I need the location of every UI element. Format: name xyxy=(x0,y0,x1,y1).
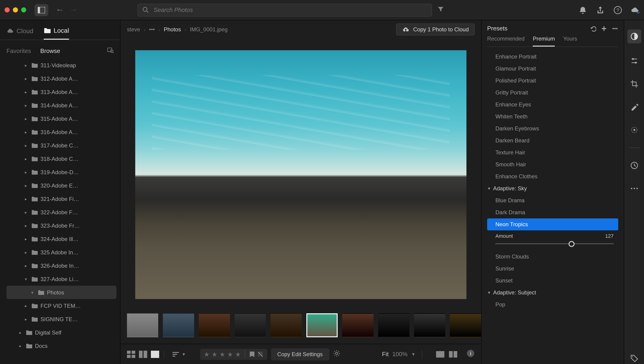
folder-item[interactable]: ▸323-Adobe Fr… xyxy=(6,219,116,232)
undo-icon[interactable] xyxy=(590,25,596,32)
folder-filter-icon[interactable] xyxy=(107,47,114,55)
crumb-folder[interactable]: Photos xyxy=(164,26,181,33)
versions-tool[interactable] xyxy=(628,160,640,171)
thumbnail[interactable] xyxy=(306,313,338,337)
sliders-tool[interactable] xyxy=(628,55,640,66)
search-input[interactable] xyxy=(154,7,427,13)
browse-tab[interactable]: Browse xyxy=(40,47,60,54)
folder-item[interactable]: ▸313-Adobe A… xyxy=(6,85,116,99)
before-after-icon[interactable] xyxy=(449,351,457,357)
folder-item[interactable]: ▸316-Adobe A… xyxy=(6,125,116,139)
flag-pick-icon[interactable] xyxy=(249,351,255,357)
folder-item[interactable]: ▸322-Adobe F… xyxy=(6,206,116,219)
grid-view-icon[interactable] xyxy=(127,350,135,358)
thumbnail[interactable] xyxy=(127,313,158,337)
folder-item[interactable]: ▸324-Adobe Ill… xyxy=(6,232,116,246)
preset-item[interactable]: Pop xyxy=(487,299,618,311)
more-tool[interactable] xyxy=(628,183,640,194)
folder-item[interactable]: ▸Docs xyxy=(6,339,116,352)
preset-item[interactable]: Storm Clouds xyxy=(487,251,618,263)
folder-item[interactable]: ▸314-Adobe A… xyxy=(6,99,116,112)
filter-icon[interactable] xyxy=(438,6,444,14)
cloud-sync-icon[interactable] xyxy=(631,6,640,14)
thumbnail[interactable] xyxy=(378,313,410,337)
folder-item[interactable]: ▸320-Adobe E… xyxy=(6,179,116,192)
star-2[interactable]: ★ xyxy=(212,350,218,358)
folder-item[interactable]: ▸326-Adobe In… xyxy=(6,259,116,272)
panel-toggle-button[interactable] xyxy=(34,4,48,16)
folder-item[interactable]: ▸312-Adobe A… xyxy=(6,72,116,85)
close-button[interactable] xyxy=(4,7,10,13)
folder-item[interactable]: ▸317-Adobe C… xyxy=(6,139,116,152)
healing-tool[interactable] xyxy=(628,101,640,112)
folder-item[interactable]: ▸325 Adobe In… xyxy=(6,246,116,259)
zoom-pct-label[interactable]: 100% xyxy=(392,351,408,357)
search-box[interactable] xyxy=(138,4,432,16)
preset-item[interactable]: Neon Tropics xyxy=(487,218,618,230)
preset-group-subject[interactable]: ▾Adaptive: Subject xyxy=(487,287,618,299)
original-view-icon[interactable] xyxy=(436,351,444,357)
star-1[interactable]: ★ xyxy=(204,350,210,358)
crumb-ellipsis[interactable]: ••• xyxy=(149,26,155,33)
chevron-down-icon[interactable]: ▼ xyxy=(411,352,416,356)
masking-tool[interactable] xyxy=(628,124,640,135)
folder-item[interactable]: ▸321-Adobe Fi… xyxy=(6,192,116,206)
forward-button[interactable]: → xyxy=(70,5,78,15)
folder-item[interactable]: ▸SIGNING TE… xyxy=(6,312,116,326)
maximize-button[interactable] xyxy=(21,7,26,13)
zoom-fit-label[interactable]: Fit xyxy=(382,351,389,357)
tab-yours[interactable]: Yours xyxy=(563,36,577,47)
folder-item[interactable]: ▾327-Adobe Li… xyxy=(6,272,116,286)
folder-item[interactable]: ▸315-Adobe A… xyxy=(6,112,116,125)
thumbnail[interactable] xyxy=(163,313,194,337)
crop-tool[interactable] xyxy=(628,78,640,89)
star-4[interactable]: ★ xyxy=(227,350,233,358)
bell-icon[interactable] xyxy=(579,6,587,14)
copy-to-cloud-button[interactable]: Copy 1 Photo to Cloud xyxy=(396,24,475,36)
preset-item[interactable]: Sunrise xyxy=(487,263,618,275)
tab-premium[interactable]: Premium xyxy=(533,36,555,47)
crumb-user[interactable]: steve xyxy=(127,26,140,33)
amount-slider[interactable] xyxy=(487,240,618,251)
copy-edit-settings-button[interactable]: Copy Edit Settings xyxy=(271,348,329,360)
star-5[interactable]: ★ xyxy=(235,350,241,358)
folder-item[interactable]: ▸311-Videoleap xyxy=(6,59,116,72)
minimize-button[interactable] xyxy=(13,7,18,13)
more-icon[interactable] xyxy=(612,25,618,32)
preset-item[interactable]: Dark Drama xyxy=(487,207,618,218)
detail-view-icon[interactable] xyxy=(151,350,159,358)
preset-item[interactable]: Enhance Eyes xyxy=(487,99,618,111)
folder-tree[interactable]: ▸311-Videoleap▸312-Adobe A…▸313-Adobe A…… xyxy=(0,59,120,364)
star-3[interactable]: ★ xyxy=(220,350,226,358)
preset-group-sky[interactable]: ▾Adaptive: Sky xyxy=(487,183,618,195)
flag-reject-icon[interactable] xyxy=(257,351,264,357)
preset-item[interactable]: Enhance Clothes xyxy=(487,170,618,183)
folder-item[interactable]: ▾Photos xyxy=(6,286,116,299)
source-tab-cloud[interactable]: Cloud xyxy=(6,27,33,40)
preset-item[interactable]: Blue Drama xyxy=(487,195,618,207)
info-icon[interactable]: i xyxy=(466,349,475,359)
tab-recommended[interactable]: Recommended xyxy=(487,36,525,47)
preset-item[interactable]: Smooth Hair xyxy=(487,158,618,170)
favorites-tab[interactable]: Favorites xyxy=(6,47,31,54)
image-view[interactable] xyxy=(120,39,481,310)
thumbnail[interactable] xyxy=(270,313,302,337)
preset-item[interactable]: Polished Portrait xyxy=(487,75,618,87)
folder-item[interactable]: ▸FCP VID TEM… xyxy=(6,299,116,312)
folder-item[interactable]: ▸318-Adobe C… xyxy=(6,152,116,165)
preset-item[interactable]: Darken Eyebrows xyxy=(487,123,618,134)
preset-item[interactable]: Texture Hair xyxy=(487,146,618,158)
preset-item[interactable]: Darken Beard xyxy=(487,134,618,146)
add-preset-icon[interactable] xyxy=(601,25,607,32)
source-tab-local[interactable]: Local xyxy=(44,27,69,40)
preset-item[interactable]: Glamour Portrait xyxy=(487,63,618,75)
compare-view-icon[interactable] xyxy=(139,350,147,358)
preset-item[interactable]: Enhance Portrait xyxy=(487,51,618,63)
back-button[interactable]: ← xyxy=(56,5,64,15)
folder-item[interactable]: ▸319-Adobe-D… xyxy=(6,165,116,179)
preset-list[interactable]: Enhance PortraitGlamour PortraitPolished… xyxy=(487,51,618,359)
thumbnail[interactable] xyxy=(199,313,230,337)
help-icon[interactable]: ? xyxy=(614,6,622,14)
preset-item[interactable]: Whiten Teeth xyxy=(487,111,618,123)
preset-item[interactable]: Sunset xyxy=(487,275,618,287)
